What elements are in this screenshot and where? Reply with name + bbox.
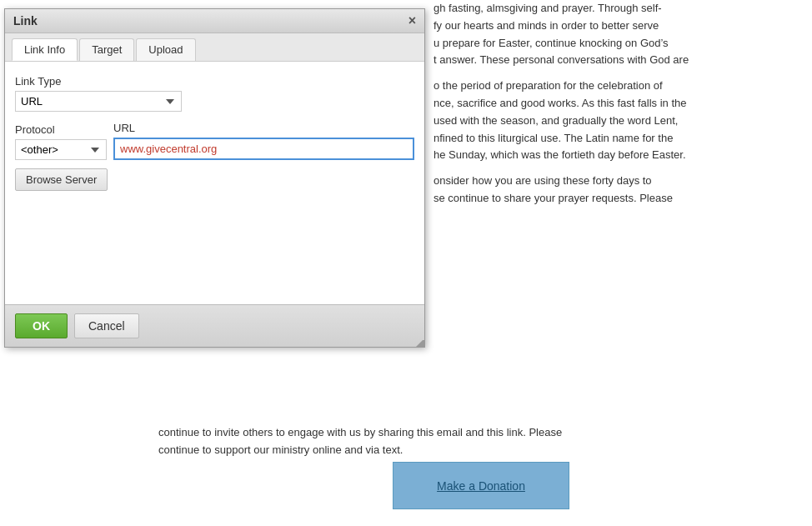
url-label: URL: [113, 122, 414, 134]
protocol-select[interactable]: http:// https:// ftp:// news:// <other>: [15, 139, 107, 160]
tab-link-info[interactable]: Link Info: [12, 38, 78, 61]
link-type-select[interactable]: URL Link to anchor in the text E-Mail: [15, 91, 182, 112]
dialog-title: Link: [13, 14, 38, 28]
dialog-body: Link Type URL Link to anchor in the text…: [5, 62, 424, 304]
background-text: gh fasting, almsgiving and prayer. Throu…: [425, 0, 812, 216]
link-type-row: Link Type URL Link to anchor in the text…: [15, 75, 414, 112]
dialog-close-button[interactable]: ×: [409, 14, 416, 28]
protocol-group: Protocol http:// https:// ftp:// news://…: [15, 123, 107, 160]
donation-button[interactable]: Make a Donation: [393, 462, 569, 509]
tab-target[interactable]: Target: [79, 38, 134, 61]
url-row: Protocol http:// https:// ftp:// news://…: [15, 122, 414, 160]
url-group: URL: [113, 122, 414, 160]
resize-handle: [416, 338, 424, 347]
donation-link[interactable]: Make a Donation: [437, 479, 525, 493]
dialog-titlebar: Link ×: [5, 9, 424, 33]
tab-upload[interactable]: Upload: [136, 38, 195, 61]
protocol-label: Protocol: [15, 123, 107, 136]
link-type-label: Link Type: [15, 75, 414, 88]
cancel-button[interactable]: Cancel: [74, 313, 139, 338]
link-dialog: Link × Link Info Target Upload Link Type…: [4, 8, 425, 348]
dialog-tabs: Link Info Target Upload: [5, 33, 424, 62]
background-bottom-text: continue to invite others to engage with…: [158, 424, 804, 459]
url-input[interactable]: [113, 138, 414, 160]
browse-server-button[interactable]: Browse Server: [15, 168, 108, 191]
dialog-footer: OK Cancel: [5, 304, 424, 347]
ok-button[interactable]: OK: [15, 313, 68, 338]
empty-space: [15, 191, 414, 291]
